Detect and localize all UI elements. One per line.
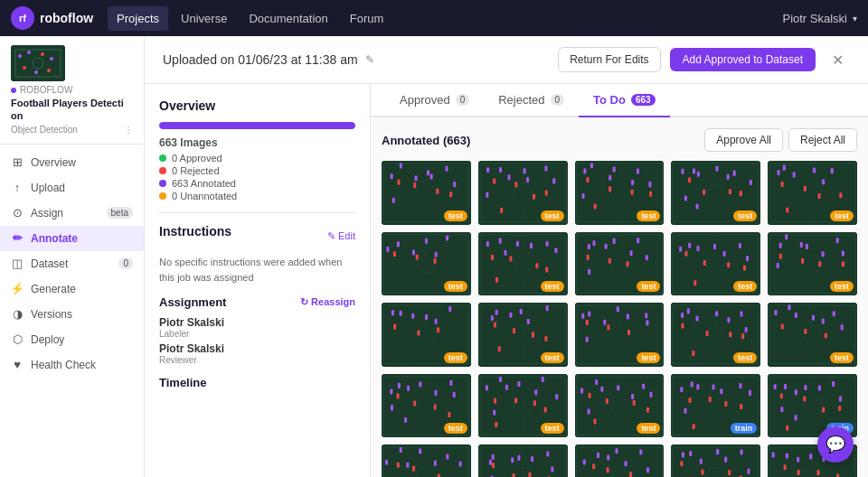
overview-title: Overview: [159, 98, 355, 113]
tab-rejected[interactable]: Rejected 0: [484, 84, 579, 117]
close-button[interactable]: ✕: [825, 47, 850, 72]
image-cell[interactable]: test: [382, 303, 471, 367]
svg-rect-296: [681, 387, 684, 392]
sidebar-item-annotate[interactable]: ✏ Annotate: [0, 226, 144, 251]
svg-rect-209: [607, 324, 609, 330]
svg-rect-346: [492, 454, 495, 460]
edit-instructions-link[interactable]: ✎ Edit: [327, 230, 355, 242]
image-cell[interactable]: test: [478, 303, 568, 367]
svg-rect-144: [723, 251, 726, 257]
svg-rect-203: [616, 306, 618, 312]
annotated-actions: Approve All Reject All: [704, 128, 857, 152]
sidebar: ROBOFLOW Football Players Detecti on Obj…: [0, 36, 145, 477]
svg-point-5: [41, 52, 44, 56]
svg-rect-175: [425, 314, 428, 320]
svg-rect-324: [822, 407, 825, 412]
svg-rect-150: [743, 265, 746, 270]
svg-rect-367: [646, 468, 649, 473]
approved-dot: [159, 154, 166, 162]
logo-icon: rf: [11, 6, 34, 30]
sidebar-item-overview[interactable]: ⊞ Overview: [0, 150, 144, 175]
image-cell[interactable]: test: [478, 374, 568, 438]
image-cell[interactable]: train: [671, 374, 760, 438]
reject-all-button[interactable]: Reject All: [788, 128, 857, 152]
image-cell[interactable]: test: [575, 303, 665, 367]
svg-rect-239: [805, 329, 807, 334]
add-approved-to-dataset-button[interactable]: Add Approved to Dataset: [670, 48, 816, 71]
chat-button[interactable]: 💬: [817, 426, 854, 463]
svg-rect-353: [492, 463, 495, 468]
svg-rect-132: [588, 268, 590, 274]
svg-rect-383: [681, 462, 684, 467]
svg-rect-15: [400, 163, 402, 168]
image-cell[interactable]: test: [382, 161, 471, 225]
return-for-edits-button[interactable]: Return For Edits: [558, 47, 660, 72]
project-name[interactable]: Football Players Detecti on: [11, 97, 133, 123]
svg-rect-104: [434, 257, 437, 263]
image-cell[interactable]: test: [671, 232, 760, 296]
logo[interactable]: rf roboflow: [11, 6, 93, 30]
image-tag: test: [830, 352, 854, 363]
main-body: ROBOFLOW Football Players Detecti on Obj…: [0, 36, 868, 477]
image-cell[interactable]: test: [382, 444, 471, 477]
image-cell[interactable]: test: [575, 232, 665, 296]
svg-rect-252: [391, 405, 393, 410]
image-cell[interactable]: test: [768, 232, 857, 296]
approve-all-button[interactable]: Approve All: [704, 128, 783, 152]
nav-universe[interactable]: Universe: [172, 6, 236, 31]
image-tag: test: [541, 281, 564, 292]
edit-title-icon[interactable]: ✎: [365, 53, 374, 66]
image-cell[interactable]: test: [478, 444, 568, 477]
nav-forum[interactable]: Forum: [341, 6, 393, 31]
image-cell[interactable]: test: [382, 232, 471, 296]
nav-projects[interactable]: Projects: [108, 6, 168, 31]
sidebar-item-versions[interactable]: ◑ Versions: [0, 302, 144, 327]
sidebar-item-generate[interactable]: ⚡ Generate: [0, 276, 144, 302]
image-cell[interactable]: test: [478, 161, 568, 225]
image-cell[interactable]: test: [671, 444, 760, 477]
image-cell[interactable]: test: [671, 161, 760, 225]
reassign-link[interactable]: ↻ Reassign: [300, 296, 355, 308]
generate-icon: ⚡: [11, 283, 24, 295]
svg-rect-59: [593, 203, 596, 209]
image-cell[interactable]: test: [671, 303, 760, 367]
sidebar-item-label: Assign: [31, 207, 63, 220]
sidebar-item-assign[interactable]: ⊙ Assign beta: [0, 201, 144, 226]
instructions-title: Instructions: [159, 224, 231, 238]
svg-rect-151: [694, 280, 697, 285]
svg-rect-313: [774, 384, 777, 389]
project-options-icon[interactable]: ⋮: [124, 125, 133, 135]
user-menu[interactable]: Piotr Skalski ▾: [782, 12, 857, 25]
svg-rect-362: [597, 453, 599, 458]
svg-rect-283: [631, 394, 634, 399]
svg-rect-50: [612, 166, 615, 172]
image-cell[interactable]: test: [575, 444, 665, 477]
image-cell[interactable]: test: [768, 161, 857, 225]
svg-rect-321: [795, 415, 797, 420]
svg-rect-70: [750, 180, 752, 185]
svg-rect-268: [555, 394, 558, 399]
svg-rect-145: [739, 242, 741, 248]
svg-rect-161: [836, 238, 839, 243]
sidebar-item-dataset[interactable]: ◫ Dataset 0: [0, 251, 144, 276]
image-cell[interactable]: test: [478, 232, 568, 296]
svg-rect-75: [729, 189, 731, 194]
content-header: Uploaded on 01/06/23 at 11:38 am ✎ Retur…: [145, 36, 868, 84]
svg-rect-180: [437, 327, 439, 332]
tab-approved[interactable]: Approved 0: [385, 84, 484, 117]
stat-unannotated: 0 Unannotated: [159, 191, 355, 201]
image-cell[interactable]: test: [575, 161, 665, 225]
sidebar-item-health-check[interactable]: ♥ Health Check: [0, 352, 144, 378]
image-cell[interactable]: test: [768, 303, 857, 367]
tab-todo[interactable]: To Do 663: [579, 84, 670, 117]
svg-rect-323: [803, 396, 806, 401]
image-cell[interactable]: test: [382, 374, 471, 438]
sidebar-item-label: Dataset: [31, 257, 68, 270]
edit-icon: ✎: [327, 230, 335, 242]
svg-rect-90: [839, 192, 842, 198]
image-tag: train: [731, 423, 758, 434]
sidebar-item-upload[interactable]: ↑ Upload: [0, 175, 144, 201]
sidebar-item-deploy[interactable]: ⬡ Deploy: [0, 327, 144, 352]
image-cell[interactable]: test: [575, 374, 665, 438]
nav-documentation[interactable]: Documentation: [240, 6, 336, 31]
